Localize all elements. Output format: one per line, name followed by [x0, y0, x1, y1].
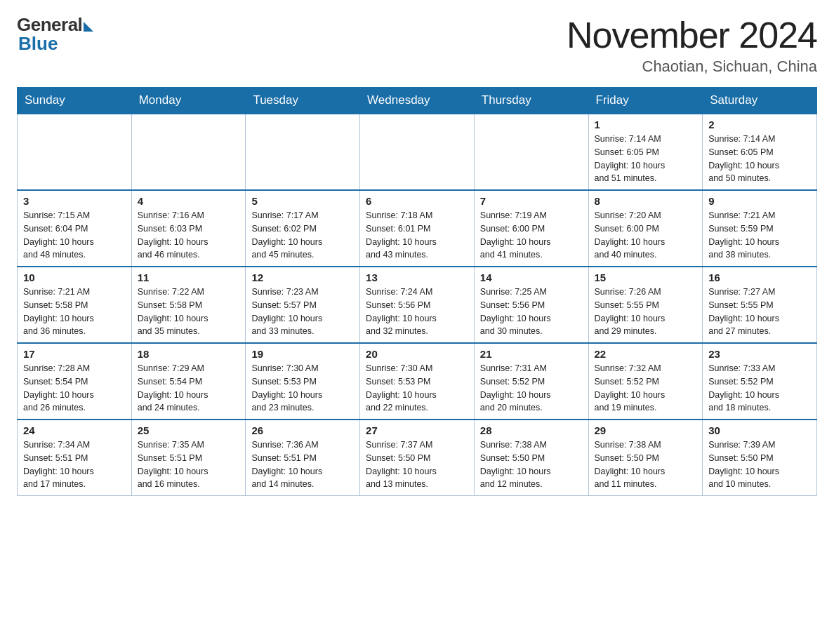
day-number: 17 [23, 348, 126, 360]
day-number: 19 [251, 348, 354, 360]
page: General Blue November 2024 Chaotian, Sic… [0, 0, 834, 513]
day-number: 27 [366, 424, 468, 436]
day-number: 25 [138, 424, 240, 436]
header: General Blue November 2024 Chaotian, Sic… [17, 14, 817, 76]
calendar-cell [474, 114, 588, 190]
day-number: 13 [366, 271, 468, 283]
day-info: Sunrise: 7:17 AMSunset: 6:02 PMDaylight:… [251, 209, 354, 262]
calendar-cell: 26Sunrise: 7:36 AMSunset: 5:51 PMDayligh… [246, 420, 360, 496]
day-number: 2 [708, 119, 811, 130]
day-info: Sunrise: 7:15 AMSunset: 6:04 PMDaylight:… [23, 209, 126, 262]
calendar-cell: 3Sunrise: 7:15 AMSunset: 6:04 PMDaylight… [18, 190, 132, 267]
calendar-cell: 18Sunrise: 7:29 AMSunset: 5:54 PMDayligh… [131, 343, 246, 420]
col-header-saturday: Saturday [703, 88, 817, 114]
day-info: Sunrise: 7:34 AMSunset: 5:51 PMDaylight:… [23, 438, 126, 491]
calendar-cell: 21Sunrise: 7:31 AMSunset: 5:52 PMDayligh… [474, 343, 588, 420]
calendar-cell: 27Sunrise: 7:37 AMSunset: 5:50 PMDayligh… [360, 420, 475, 496]
col-header-friday: Friday [588, 88, 703, 114]
col-header-wednesday: Wednesday [360, 88, 475, 114]
col-header-monday: Monday [131, 88, 246, 114]
day-info: Sunrise: 7:27 AMSunset: 5:55 PMDaylight:… [708, 286, 811, 338]
day-info: Sunrise: 7:26 AMSunset: 5:55 PMDaylight:… [595, 286, 697, 338]
logo: General Blue [17, 14, 93, 55]
logo-blue-text: Blue [18, 33, 58, 55]
day-number: 3 [23, 195, 126, 207]
day-info: Sunrise: 7:14 AMSunset: 6:05 PMDaylight:… [595, 133, 697, 185]
day-info: Sunrise: 7:25 AMSunset: 5:56 PMDaylight:… [480, 286, 583, 338]
calendar-cell: 30Sunrise: 7:39 AMSunset: 5:50 PMDayligh… [703, 420, 817, 496]
day-info: Sunrise: 7:32 AMSunset: 5:52 PMDaylight:… [595, 362, 697, 415]
day-number: 30 [708, 424, 811, 436]
day-number: 16 [708, 271, 811, 283]
calendar-cell: 14Sunrise: 7:25 AMSunset: 5:56 PMDayligh… [474, 267, 588, 343]
day-info: Sunrise: 7:37 AMSunset: 5:50 PMDaylight:… [366, 438, 468, 491]
calendar-cell: 17Sunrise: 7:28 AMSunset: 5:54 PMDayligh… [18, 343, 132, 420]
day-info: Sunrise: 7:28 AMSunset: 5:54 PMDaylight:… [23, 362, 126, 415]
day-number: 29 [595, 424, 697, 436]
day-number: 24 [23, 424, 126, 436]
day-info: Sunrise: 7:23 AMSunset: 5:57 PMDaylight:… [251, 286, 354, 338]
day-info: Sunrise: 7:29 AMSunset: 5:54 PMDaylight:… [138, 362, 240, 415]
calendar-cell: 23Sunrise: 7:33 AMSunset: 5:52 PMDayligh… [703, 343, 817, 420]
day-info: Sunrise: 7:38 AMSunset: 5:50 PMDaylight:… [595, 438, 697, 491]
calendar-cell [131, 114, 246, 190]
day-number: 15 [595, 271, 697, 283]
day-info: Sunrise: 7:30 AMSunset: 5:53 PMDaylight:… [251, 362, 354, 415]
calendar-cell: 10Sunrise: 7:21 AMSunset: 5:58 PMDayligh… [18, 267, 132, 343]
col-header-tuesday: Tuesday [246, 88, 360, 114]
day-info: Sunrise: 7:16 AMSunset: 6:03 PMDaylight:… [138, 209, 240, 262]
day-number: 9 [708, 195, 811, 207]
calendar-cell: 8Sunrise: 7:20 AMSunset: 6:00 PMDaylight… [588, 190, 703, 267]
day-number: 11 [138, 271, 240, 283]
calendar-cell: 13Sunrise: 7:24 AMSunset: 5:56 PMDayligh… [360, 267, 475, 343]
calendar-cell: 12Sunrise: 7:23 AMSunset: 5:57 PMDayligh… [246, 267, 360, 343]
calendar-cell: 20Sunrise: 7:30 AMSunset: 5:53 PMDayligh… [360, 343, 475, 420]
day-info: Sunrise: 7:39 AMSunset: 5:50 PMDaylight:… [708, 438, 811, 491]
day-info: Sunrise: 7:20 AMSunset: 6:00 PMDaylight:… [595, 209, 697, 262]
day-number: 7 [480, 195, 583, 207]
calendar-cell [360, 114, 475, 190]
day-number: 1 [595, 119, 697, 130]
day-info: Sunrise: 7:18 AMSunset: 6:01 PMDaylight:… [366, 209, 468, 262]
day-number: 20 [366, 348, 468, 360]
calendar-cell [18, 114, 132, 190]
calendar-cell: 24Sunrise: 7:34 AMSunset: 5:51 PMDayligh… [18, 420, 132, 496]
day-number: 12 [251, 271, 354, 283]
calendar-cell: 29Sunrise: 7:38 AMSunset: 5:50 PMDayligh… [588, 420, 703, 496]
calendar-cell: 2Sunrise: 7:14 AMSunset: 6:05 PMDaylight… [703, 114, 817, 190]
day-info: Sunrise: 7:14 AMSunset: 6:05 PMDaylight:… [708, 133, 811, 185]
day-number: 21 [480, 348, 583, 360]
calendar-cell: 4Sunrise: 7:16 AMSunset: 6:03 PMDaylight… [131, 190, 246, 267]
day-number: 10 [23, 271, 126, 283]
day-info: Sunrise: 7:24 AMSunset: 5:56 PMDaylight:… [366, 286, 468, 338]
week-row-5: 24Sunrise: 7:34 AMSunset: 5:51 PMDayligh… [18, 420, 817, 496]
col-header-sunday: Sunday [18, 88, 132, 114]
week-row-4: 17Sunrise: 7:28 AMSunset: 5:54 PMDayligh… [18, 343, 817, 420]
day-number: 22 [595, 348, 697, 360]
calendar-cell: 5Sunrise: 7:17 AMSunset: 6:02 PMDaylight… [246, 190, 360, 267]
calendar-cell: 7Sunrise: 7:19 AMSunset: 6:00 PMDaylight… [474, 190, 588, 267]
calendar-cell: 15Sunrise: 7:26 AMSunset: 5:55 PMDayligh… [588, 267, 703, 343]
title-block: November 2024 Chaotian, Sichuan, China [567, 14, 817, 76]
calendar-table: SundayMondayTuesdayWednesdayThursdayFrid… [17, 87, 817, 496]
day-info: Sunrise: 7:19 AMSunset: 6:00 PMDaylight:… [480, 209, 583, 262]
location: Chaotian, Sichuan, China [567, 58, 817, 76]
day-number: 26 [251, 424, 354, 436]
day-info: Sunrise: 7:33 AMSunset: 5:52 PMDaylight:… [708, 362, 811, 415]
calendar-cell: 11Sunrise: 7:22 AMSunset: 5:58 PMDayligh… [131, 267, 246, 343]
col-header-thursday: Thursday [474, 88, 588, 114]
day-info: Sunrise: 7:21 AMSunset: 5:59 PMDaylight:… [708, 209, 811, 262]
day-number: 4 [138, 195, 240, 207]
calendar-cell: 1Sunrise: 7:14 AMSunset: 6:05 PMDaylight… [588, 114, 703, 190]
day-number: 23 [708, 348, 811, 360]
calendar-cell: 6Sunrise: 7:18 AMSunset: 6:01 PMDaylight… [360, 190, 475, 267]
week-row-1: 1Sunrise: 7:14 AMSunset: 6:05 PMDaylight… [18, 114, 817, 190]
calendar-header-row: SundayMondayTuesdayWednesdayThursdayFrid… [18, 88, 817, 114]
day-info: Sunrise: 7:21 AMSunset: 5:58 PMDaylight:… [23, 286, 126, 338]
calendar-cell: 22Sunrise: 7:32 AMSunset: 5:52 PMDayligh… [588, 343, 703, 420]
day-info: Sunrise: 7:30 AMSunset: 5:53 PMDaylight:… [366, 362, 468, 415]
day-number: 6 [366, 195, 468, 207]
day-info: Sunrise: 7:38 AMSunset: 5:50 PMDaylight:… [480, 438, 583, 491]
calendar-cell: 25Sunrise: 7:35 AMSunset: 5:51 PMDayligh… [131, 420, 246, 496]
day-info: Sunrise: 7:31 AMSunset: 5:52 PMDaylight:… [480, 362, 583, 415]
